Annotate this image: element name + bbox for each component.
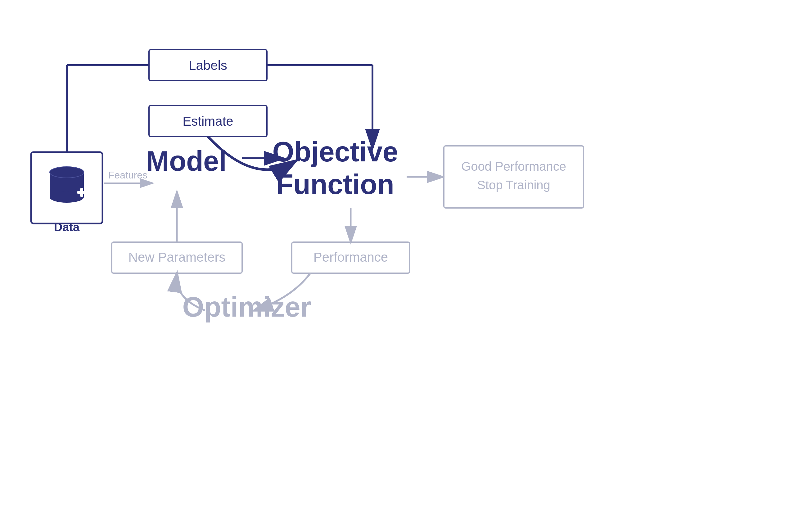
optimizer-text: Optimizer (182, 291, 311, 322)
diagram-container: Data Labels Estimate Model Objective Fun… (0, 0, 812, 532)
svg-rect-9 (80, 188, 83, 197)
good-performance-text-line1: Good Performance (461, 160, 566, 173)
good-performance-text-line2: Stop Training (477, 178, 550, 192)
labels-text: Labels (189, 58, 227, 73)
features-label: Features (108, 170, 147, 181)
objective-function-text-line2: Function (276, 169, 394, 200)
estimate-text: Estimate (183, 114, 233, 129)
data-label: Data (54, 221, 80, 234)
new-parameters-text: New Parameters (129, 250, 226, 264)
good-performance-box (444, 146, 583, 208)
performance-text: Performance (314, 250, 388, 264)
model-text: Model (146, 146, 227, 177)
